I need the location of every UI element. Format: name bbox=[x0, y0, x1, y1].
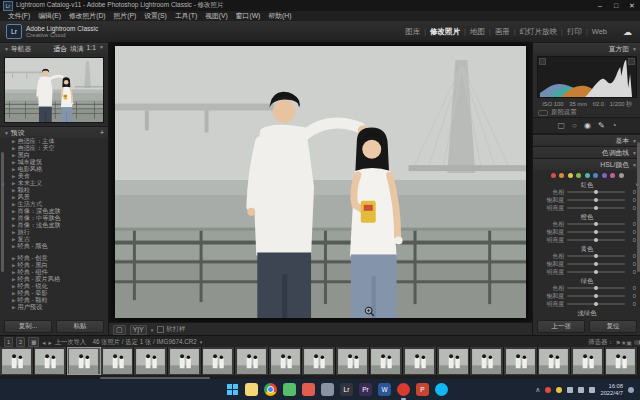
preset-folder[interactable]: ▶肖像：浅色皮肤 bbox=[0, 222, 108, 229]
tone-curve-panel-header[interactable]: 色调曲线 ▼ bbox=[533, 146, 640, 158]
preset-folder[interactable]: ▶风景 bbox=[0, 194, 108, 201]
filmstrip-thumbnail-13[interactable] bbox=[437, 347, 471, 375]
filmstrip-thumbnail-3[interactable] bbox=[101, 347, 135, 375]
slider-track[interactable] bbox=[567, 207, 625, 209]
chrome-icon[interactable] bbox=[264, 383, 277, 396]
slider-track[interactable] bbox=[567, 239, 625, 241]
slider-track[interactable] bbox=[567, 231, 625, 233]
network-icon[interactable] bbox=[578, 387, 584, 393]
module-tab-0[interactable]: 图库 bbox=[401, 27, 424, 37]
filmstrip-thumbnail-4[interactable] bbox=[134, 347, 168, 375]
color-swatch-5[interactable] bbox=[593, 173, 598, 178]
navigator-header[interactable]: ▼ 导航器 适合 填满 1:1 ▼ bbox=[0, 42, 108, 54]
filmstrip-thumbnail-7[interactable] bbox=[235, 347, 269, 375]
navigator-preview[interactable] bbox=[4, 57, 104, 123]
slider-橙色-明亮度[interactable]: 明亮度0 bbox=[533, 236, 640, 244]
filmstrip-thumbnail-5[interactable] bbox=[168, 347, 202, 375]
zoom-fit[interactable]: 适合 bbox=[53, 44, 67, 54]
menu-item-5[interactable]: 工具(T) bbox=[171, 11, 201, 21]
color-swatch-1[interactable] bbox=[559, 173, 564, 178]
filmstrip-thumbnail-16[interactable] bbox=[538, 347, 572, 375]
word-icon[interactable]: W bbox=[378, 383, 391, 396]
menu-item-2[interactable]: 修改照片(D) bbox=[65, 11, 110, 21]
volume-icon[interactable] bbox=[589, 387, 595, 393]
filmstrip-thumbnail-6[interactable] bbox=[202, 347, 236, 375]
menu-item-7[interactable]: 窗口(W) bbox=[232, 11, 265, 21]
color-swatch-2[interactable] bbox=[568, 173, 573, 178]
preset-folder[interactable]: ▶自适应：天空 bbox=[0, 145, 108, 152]
previous-photo-icon[interactable]: ◂ bbox=[42, 339, 45, 346]
menu-item-6[interactable]: 视图(V) bbox=[201, 11, 232, 21]
highlight-clipping-icon[interactable] bbox=[628, 58, 635, 65]
preset-folder[interactable]: ▶旅行 bbox=[0, 229, 108, 236]
slider-thumb[interactable] bbox=[594, 294, 598, 298]
module-tab-4[interactable]: 幻灯片放映 bbox=[516, 27, 562, 37]
before-after-icon[interactable]: Y|Y bbox=[130, 325, 147, 335]
cloud-sync-icon[interactable]: ☁ bbox=[623, 27, 632, 37]
preset-folder[interactable]: ▶用户预设 bbox=[0, 304, 108, 311]
color-swatch-6[interactable] bbox=[602, 173, 607, 178]
menu-item-0[interactable]: 文件(F) bbox=[4, 11, 34, 21]
shadow-clipping-icon[interactable] bbox=[539, 58, 546, 65]
slider-track[interactable] bbox=[567, 191, 625, 193]
slider-track[interactable] bbox=[567, 199, 625, 201]
filmstrip-thumbnail-8[interactable] bbox=[269, 347, 303, 375]
mask-icon[interactable]: ◔ bbox=[612, 121, 617, 130]
slider-thumb[interactable] bbox=[594, 238, 598, 242]
preset-folder[interactable]: ▶电影风格 bbox=[0, 166, 108, 173]
previous-button[interactable]: 上一张 bbox=[537, 320, 585, 333]
slider-thumb[interactable] bbox=[594, 286, 598, 290]
histogram-header[interactable]: 直方图 ▼ bbox=[533, 42, 640, 54]
slider-thumb[interactable] bbox=[594, 222, 598, 226]
minimize-button[interactable]: – bbox=[592, 2, 608, 10]
color-swatch-4[interactable] bbox=[585, 173, 590, 178]
slider-thumb[interactable] bbox=[594, 230, 598, 234]
module-tab-3[interactable]: 画册 bbox=[491, 27, 514, 37]
toggle-icon[interactable] bbox=[538, 110, 548, 116]
copy-settings-button[interactable]: 复制... bbox=[4, 320, 52, 333]
slider-红色-明亮度[interactable]: 明亮度0 bbox=[533, 204, 640, 212]
slider-track[interactable] bbox=[567, 255, 625, 257]
photo[interactable] bbox=[115, 46, 526, 318]
chevron-down-icon[interactable]: ▾ bbox=[200, 339, 203, 345]
red-eye-icon[interactable]: ◉ bbox=[584, 121, 591, 130]
contacts-icon[interactable] bbox=[302, 383, 315, 396]
module-tab-1[interactable]: 修改照片 bbox=[426, 27, 464, 37]
slider-thumb[interactable] bbox=[594, 270, 598, 274]
slider-黄色-明亮度[interactable]: 明亮度0 bbox=[533, 268, 640, 276]
menu-item-8[interactable]: 帮助(H) bbox=[264, 11, 295, 21]
start-icon[interactable] bbox=[226, 383, 239, 396]
preset-folder[interactable]: ▶经典 - 颗粒 bbox=[0, 297, 108, 304]
filmstrip-thumbnail-11[interactable] bbox=[370, 347, 404, 375]
filmstrip-thumbnail-18[interactable] bbox=[605, 347, 639, 375]
slider-thumb[interactable] bbox=[594, 302, 598, 306]
paste-settings-button[interactable]: 粘贴 bbox=[56, 320, 104, 333]
menu-item-4[interactable]: 设置(S) bbox=[140, 11, 171, 21]
zoom-fill[interactable]: 填满 bbox=[70, 44, 84, 54]
usb-icon[interactable] bbox=[567, 387, 573, 393]
secondary-monitor-icon[interactable]: 2 bbox=[16, 337, 25, 347]
yellow-badge-icon[interactable] bbox=[556, 387, 562, 393]
hsl-panel-header[interactable]: HSL/颜色 ▼ bbox=[533, 158, 640, 170]
slider-thumb[interactable] bbox=[594, 198, 598, 202]
color-swatch-8[interactable] bbox=[619, 173, 624, 178]
module-tab-2[interactable]: 地图 bbox=[466, 27, 489, 37]
chevron-down-icon[interactable]: ▾ bbox=[151, 327, 154, 333]
next-photo-icon[interactable]: ▸ bbox=[49, 339, 52, 346]
filmstrip-source-info[interactable]: 上一次导入 46 张照片 / 选定 1 张 / IMG9674.CR2 bbox=[55, 338, 197, 347]
loupe-view-icon[interactable]: ▢ bbox=[113, 325, 126, 335]
filmstrip-thumbnail-2[interactable] bbox=[67, 347, 101, 375]
filmstrip-thumbnail-9[interactable] bbox=[302, 347, 336, 375]
original-settings-row[interactable]: 原照设置 bbox=[533, 108, 640, 117]
slider-track[interactable] bbox=[567, 287, 625, 289]
lightroom-icon[interactable]: Lr bbox=[340, 383, 353, 396]
heal-icon[interactable]: ○ bbox=[572, 121, 577, 130]
tray-expand-icon[interactable]: ∧ bbox=[535, 386, 540, 394]
filter-toggle[interactable] bbox=[634, 340, 640, 345]
qq-icon[interactable] bbox=[435, 383, 448, 396]
color-swatch-7[interactable] bbox=[610, 173, 615, 178]
netease-music-icon[interactable] bbox=[397, 383, 410, 396]
left-panel-collapse-icon[interactable]: ◂ bbox=[1, 180, 4, 187]
zoom-1-1[interactable]: 1:1 bbox=[87, 44, 96, 54]
filmstrip-thumbnail-14[interactable] bbox=[470, 347, 504, 375]
